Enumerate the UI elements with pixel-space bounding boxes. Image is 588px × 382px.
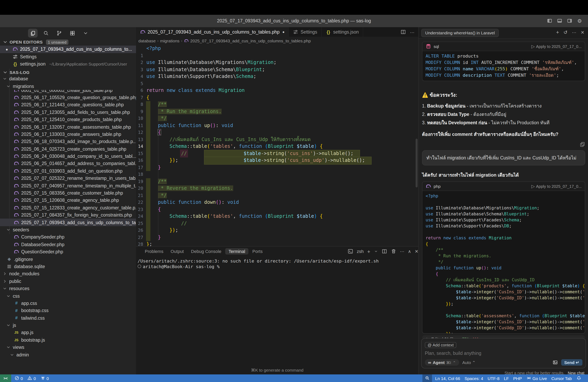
terminal-output[interactable]: /Users/aritach/.zshrc:source:3: no such … [138, 259, 378, 270]
tree-item-app.js[interactable]: JS app.js [0, 329, 136, 336]
panel-tab-problems[interactable]: Problems [142, 248, 167, 254]
titlebar[interactable]: 2025_07_17_093943_add_cus_ins_udp_column… [0, 15, 588, 28]
activity-search-button[interactable] [41, 29, 51, 38]
panel-tab-output[interactable]: Output [168, 248, 187, 254]
ai-ghost-suggestion[interactable]: $table->string('cus_ins_udp')->nullable(… [204, 157, 372, 164]
tree-item-database[interactable]: database [0, 75, 136, 82]
layout-sidebar-left-icon[interactable] [547, 18, 552, 24]
tree-item-tailwind.css[interactable]: # tailwind.css [0, 314, 136, 322]
activity-extensions-button[interactable] [68, 29, 77, 38]
agent-mode-selector[interactable]: ∞Agent ⌘I⌃ [425, 359, 459, 366]
tree-item-2025_06_24_030048_add_company_id_to_users_tabl...[interactable]: 2025_06_24_030048_add_company_id_to_user… [0, 153, 136, 160]
tree-item-resources[interactable]: resources [0, 285, 136, 292]
chat-close-icon[interactable]: ✕ [581, 30, 584, 35]
tree-item-js[interactable]: js [0, 322, 136, 329]
panel-tab-terminal[interactable]: Terminal [225, 248, 248, 254]
tree-item-2025_06_17_123055_add_fields_to_users_table.php[interactable]: 2025_06_17_123055_add_fields_to_users_ta… [0, 109, 136, 116]
maximize-panel-icon[interactable]: ∧ [408, 249, 411, 254]
layout-panel-bottom-icon[interactable] [557, 18, 562, 24]
tree-item-.gitignore[interactable]: .gitignore [0, 256, 136, 263]
status-error[interactable]: 0 [14, 376, 23, 381]
model-selector[interactable]: Auto ⌃ [462, 360, 476, 365]
status-tower[interactable]: 0 [40, 376, 49, 381]
tree-item-2025_07_01_033903_add_field_on_question.php[interactable]: 2025_07_01_033903_add_field_on_question.… [0, 167, 136, 175]
tree-item-bootstrap.css[interactable]: # bootstrap.css [0, 307, 136, 314]
chat-plus-icon[interactable]: + [556, 30, 559, 35]
tree-item-database.sqlite[interactable]: database.sqlite [0, 263, 136, 270]
apply-button[interactable]: ▷ Apply to 2025_07_17_0... [531, 184, 582, 188]
new-terminal-icon[interactable]: + [367, 249, 370, 254]
tree-item-2025_07_17_084357_fix_foreign_key_constraints.php[interactable]: 2025_07_17_084357_fix_foreign_key_constr… [0, 211, 136, 219]
open-editors-header[interactable]: OPEN EDITORS 1 unsaved [0, 38, 136, 46]
remote-indicator[interactable]: >< [0, 374, 11, 382]
tree-item-2025_06_17_133003_create_answers_table.php[interactable]: 2025_06_17_133003_create_answers_table.p… [0, 131, 136, 138]
status-go-live[interactable]: Go Live [526, 376, 547, 381]
chat-input-placeholder[interactable]: Plan, search, build anything [425, 351, 582, 356]
status-zoom-icon[interactable] [422, 374, 432, 382]
breadcrumb-segment[interactable]: migrations [160, 38, 179, 43]
open-editor-item[interactable]: Settings [0, 53, 136, 60]
status-ln-14-col-66[interactable]: Ln 14, Col 66 [435, 376, 460, 381]
panel-tab-debug-console[interactable]: Debug Console [188, 248, 225, 254]
tree-item-2025_06_17_105529_create_question_groups_table.php[interactable]: 2025_06_17_105529_create_question_groups… [0, 94, 136, 101]
tree-item-2025_06_17_121443_create_questions_table.php[interactable]: 2025_06_17_121443_create_questions_table… [0, 101, 136, 109]
split-terminal-icon[interactable] [381, 248, 387, 254]
tree-item-migrations[interactable]: migrations [0, 82, 136, 90]
image-attach-icon[interactable] [552, 360, 558, 365]
add-context-button[interactable]: @ Add context [425, 342, 456, 348]
status-php[interactable]: PHP [513, 376, 522, 381]
status-spaces-4[interactable]: Spaces: 4 [465, 376, 483, 381]
breadcrumb-segment[interactable]: database [138, 38, 156, 43]
send-button[interactable]: Send ↵ [561, 359, 582, 366]
close-panel-icon[interactable]: ✕ [415, 249, 419, 254]
editor-tab[interactable]: Settings [289, 27, 322, 37]
new-chat-link[interactable]: New chat [568, 371, 584, 374]
terminal-prompt[interactable]: aritach@MacBook-Air sas-log % [138, 264, 378, 270]
tree-item-admin[interactable]: admin [0, 351, 136, 358]
tree-item-2025_06_17_125410_create_products_table.php[interactable]: 2025_06_17_125410_create_products_table.… [0, 116, 136, 123]
tree-item-2025_07_07_025322_rename_timestamp_in_users_tab...[interactable]: 2025_07_07_025322_rename_timestamp_in_us… [0, 175, 136, 182]
editor-scrollbar[interactable] [416, 139, 418, 187]
tree-item-questionseeder.php[interactable]: QuestionSeeder.php [0, 248, 136, 256]
more-icon[interactable]: ⋯ [400, 249, 404, 254]
code-editor[interactable]: 1 <?php 2 3 use Illuminate\Database\Migr… [136, 45, 419, 246]
tree-item-2025_07_15_122833_create_agency_customer_table.p...[interactable]: 2025_07_15_122833_create_agency_customer… [0, 204, 136, 211]
tree-item-2025_06_18_070343_add_image_to_products_table.p...[interactable]: 2025_06_18_070343_add_image_to_products_… [0, 138, 136, 145]
tree-item-node_modules[interactable]: node_modules [0, 270, 136, 278]
activity-files-button[interactable] [28, 29, 38, 38]
terminal-dropdown-icon[interactable] [374, 248, 378, 254]
breadcrumb-segment[interactable]: 2025_07_17_093943_add_cus_ins_udp_column… [190, 38, 311, 43]
breadcrumb[interactable]: database›migrations›2025_07_17_093943_ad… [136, 37, 421, 44]
tree-item-seeders[interactable]: seeders [0, 226, 136, 233]
layout-sidebar-right-icon[interactable] [567, 18, 572, 24]
kill-terminal-icon[interactable] [391, 248, 396, 254]
status-lf[interactable]: LF [504, 376, 509, 381]
tree-item-2025_07_15_083356_create_customer_table.php[interactable]: 2025_07_15_083356_create_customer_table.… [0, 190, 136, 197]
tree-item-databaseseeder.php[interactable]: DatabaseSeeder.php [0, 241, 136, 248]
tree-item-2025_06_24_025723_create_companies_table.php[interactable]: 2025_06_24_025723_create_companies_table… [0, 145, 136, 153]
tree-item-bootstrap.js[interactable]: JS bootstrap.js [0, 336, 136, 344]
shell-label[interactable]: zsh [357, 249, 364, 254]
tree-item-views[interactable]: views [0, 344, 136, 351]
tree-item-2025_06_25_014657_add_address_to_companies_tabl...[interactable]: 2025_06_25_014657_add_address_to_compani… [0, 160, 136, 167]
status-utf-8[interactable]: UTF-8 [488, 376, 500, 381]
editor-tab[interactable]: {}settings.json [322, 27, 363, 37]
status-warning[interactable]: 0 [27, 376, 36, 381]
edited-files-summary[interactable]: Edited 21 files +751-111 [422, 335, 585, 338]
split-editor-icon[interactable] [400, 29, 406, 35]
chat-history-icon[interactable]: ↺ [563, 30, 567, 35]
chat-ellipsis-icon[interactable]: ⋯ [572, 30, 576, 35]
activity-chevron-down-button[interactable] [81, 29, 90, 38]
tree-item-2025_07_07_040957_rename_timestamp_in_multiple_t...[interactable]: 2025_07_07_040957_rename_timestamp_in_mu… [0, 182, 136, 190]
chat-tab[interactable]: Understanding whereHas() in Laravel [421, 29, 499, 37]
tree-item-app.css[interactable]: # app.css [0, 300, 136, 307]
open-editor-item[interactable]: {} settings.json ~/Library/Application S… [0, 60, 136, 68]
tree-item-2025_07_17_093943_add_cus_ins_udp_columns_to_ta...[interactable]: 2025_07_17_093943_add_cus_ins_udp_column… [0, 219, 136, 226]
editor-tab[interactable]: 2025_07_17_093943_add_cus_ins_udp_column… [136, 27, 289, 37]
tree-item-css[interactable]: css [0, 292, 136, 300]
copy-icon[interactable] [580, 141, 585, 147]
tree-item-companyseeder.php[interactable]: CompanySeeder.php [0, 233, 136, 241]
activity-git-branch-button[interactable] [54, 29, 64, 38]
tree-item-2025_07_15_120608_create_agency_table.php[interactable]: 2025_07_15_120608_create_agency_table.ph… [0, 197, 136, 204]
apply-button[interactable]: ▷ Apply to 2025_07_17_0... [531, 44, 582, 49]
